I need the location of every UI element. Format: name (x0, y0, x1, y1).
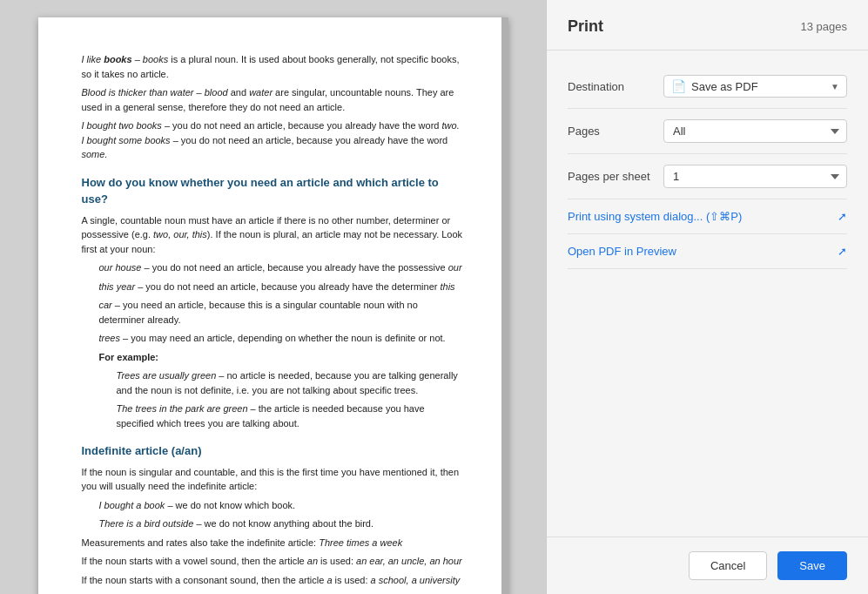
print-body: Destination 📄 Save as PDF ▼ Pages All Pa… (547, 51, 868, 537)
pages-per-sheet-control[interactable]: 1 (663, 165, 847, 188)
doc-heading: Indefinite article (a/an) (82, 442, 465, 460)
system-dialog-label: Print using system dialog... (⇧⌘P) (568, 210, 742, 223)
save-button[interactable]: Save (777, 551, 847, 580)
doc-paragraph: Blood is thicker than water – blood and … (82, 85, 465, 114)
doc-paragraph: If the noun is singular and countable, a… (82, 465, 465, 494)
pages-select[interactable]: All (663, 119, 847, 143)
print-header: Print 13 pages (547, 0, 868, 51)
doc-paragraph: Trees are usually green – no article is … (117, 368, 465, 397)
print-pages-count: 13 pages (801, 20, 848, 33)
doc-paragraph: trees – you may need an article, dependi… (99, 331, 465, 346)
document-wrapper: I like books – books is a plural noun. I… (38, 17, 508, 594)
doc-heading: How do you know whether you need an arti… (82, 174, 465, 208)
pages-per-sheet-row: Pages per sheet 1 (568, 154, 847, 199)
pdf-icon: 📄 (671, 79, 686, 93)
destination-chevron-icon: ▼ (831, 82, 839, 91)
cancel-button[interactable]: Cancel (689, 551, 767, 580)
external-link-icon: ➚ (838, 210, 847, 223)
doc-paragraph: If the noun starts with a consonant soun… (82, 573, 465, 588)
system-dialog-row[interactable]: Print using system dialog... (⇧⌘P) ➚ (568, 199, 847, 234)
print-title: Print (568, 17, 603, 36)
doc-paragraph: Measurements and rates also take the ind… (82, 536, 465, 550)
doc-paragraph: The trees in the park are green – the ar… (117, 402, 465, 430)
doc-paragraph: If the noun starts with a vowel sound, t… (82, 554, 465, 569)
destination-value: Save as PDF (691, 80, 831, 93)
pages-per-sheet-select[interactable]: 1 (663, 165, 847, 188)
open-pdf-row[interactable]: Open PDF in Preview ➚ (568, 234, 847, 269)
doc-paragraph: car – you need an article, because this … (99, 298, 465, 327)
open-pdf-label: Open PDF in Preview (568, 245, 676, 258)
doc-paragraph: A single, countable noun must have an ar… (82, 213, 465, 257)
pages-control[interactable]: All (663, 119, 847, 143)
document-scrollbar[interactable] (501, 17, 508, 594)
doc-paragraph: For example: (99, 350, 465, 365)
pages-label: Pages (568, 125, 663, 138)
document-page: I like books – books is a plural noun. I… (38, 17, 508, 594)
print-footer: Cancel Save (547, 537, 868, 594)
doc-paragraph: There is a bird outside – we do not know… (99, 516, 465, 531)
doc-paragraph: our house – you do not need an article, … (99, 260, 465, 275)
pages-row: Pages All (568, 109, 847, 154)
destination-control[interactable]: 📄 Save as PDF ▼ (663, 75, 847, 98)
doc-paragraph: I like books – books is a plural noun. I… (82, 52, 465, 81)
pages-per-sheet-label: Pages per sheet (568, 170, 663, 183)
doc-paragraph: this year – you do not need an article, … (99, 280, 465, 294)
destination-label: Destination (568, 80, 663, 93)
external-link-icon-2: ➚ (838, 245, 847, 258)
destination-select-box[interactable]: 📄 Save as PDF ▼ (663, 75, 847, 98)
document-preview-area: I like books – books is a plural noun. I… (0, 0, 546, 594)
doc-paragraph: I bought two books – you do not need an … (82, 118, 465, 162)
print-panel: Print 13 pages Destination 📄 Save as PDF… (546, 0, 868, 594)
doc-paragraph: I bought a book – we do not know which b… (99, 498, 465, 513)
destination-row: Destination 📄 Save as PDF ▼ (568, 64, 847, 109)
